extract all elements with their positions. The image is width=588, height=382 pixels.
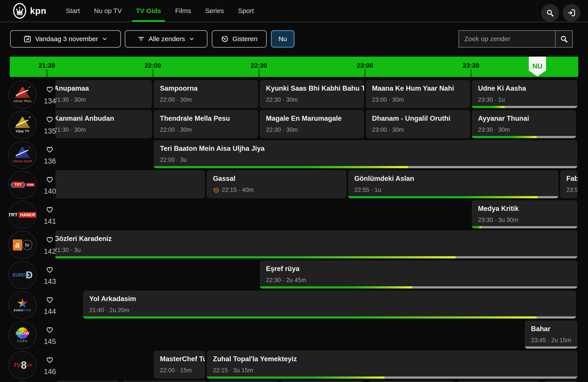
program-tile-partial[interactable] — [123, 381, 207, 382]
favorite-heart-icon[interactable] — [45, 206, 54, 214]
favorite-heart-icon[interactable] — [45, 326, 54, 334]
nav-item-sport[interactable]: Sport — [231, 0, 261, 22]
program-time: 23:30 · 1u — [478, 96, 505, 103]
channel-logo-tv8-int[interactable]: TV8int — [8, 351, 37, 379]
program-tile-partial[interactable] — [56, 381, 119, 382]
program-tile-partial[interactable] — [458, 381, 540, 382]
channel-cell-145: SHOWTÜRK145 — [0, 320, 55, 350]
favorite-heart-icon[interactable] — [45, 145, 54, 154]
channel-search-input[interactable] — [459, 31, 555, 47]
program-title: Yol Arkadasim — [89, 295, 136, 303]
channel-row-partial — [0, 380, 588, 382]
program-tile-masterchef-tu[interactable]: MasterChef Tu22:00 · 15m — [154, 351, 205, 379]
program-tile-teri-baaton-mein-aisa-uljha-jiya[interactable]: Teri Baaton Mein Aisa Uljha Jiya22:00 · … — [154, 140, 577, 168]
program-time: 23:30 · 30m — [478, 126, 510, 133]
program-tile-dhanam-ungalil-oruthi[interactable]: Dhanam - Ungalil Oruthi23:00 · 30m — [366, 110, 470, 138]
channel-logo-utsav-gold[interactable]: ✦Utsav Gold — [8, 141, 37, 169]
login-button[interactable] — [563, 4, 580, 22]
program-tile-magale-en-marumagale[interactable]: Magale En Marumagale22:30 · 30m — [260, 110, 364, 138]
channel-logo-partial — [8, 381, 37, 382]
program-tile-fabr[interactable]: Fabr23:55 — [560, 170, 577, 198]
program-tile-bahar[interactable]: Bahar23:45 · 2u 15m — [525, 320, 577, 349]
channel-row-135: Kanmani Anbudan21:30 · 30mThendrale Mell… — [0, 110, 588, 140]
favorite-heart-icon[interactable] — [45, 85, 54, 93]
date-picker-button[interactable]: Vandaag 3 november — [10, 30, 121, 47]
channel-logo-vijay-tv[interactable]: ✦Vijay TV — [8, 111, 37, 139]
program-tile-kanmani-anbudan[interactable]: Kanmani Anbudan21:30 · 30m — [48, 110, 152, 138]
progress-fill — [472, 136, 537, 138]
favorite-heart-icon[interactable] — [45, 296, 54, 304]
channel-row-134: Anupamaa21:30 · 30mSampoorna22:00 · 30mK… — [0, 80, 588, 110]
nav-item-films[interactable]: Films — [168, 0, 198, 22]
channel-logo-triangle: ✦ — [15, 116, 30, 128]
progress-track — [525, 346, 577, 349]
favorite-heart-icon[interactable] — [45, 176, 54, 183]
top-navigation: kpn StartNu op TVTV GidsFilmsSeriesSport — [0, 0, 588, 22]
channel-logo-trt-turk[interactable]: TRTTÜRK — [8, 171, 37, 199]
program-tile-maana-ke-hum-yaar-nahi[interactable]: Maana Ke Hum Yaar Nahi23:00 · 30m — [366, 80, 470, 108]
nav-item-tv-gids[interactable]: TV Gids — [129, 0, 168, 22]
program-tile-anupamaa[interactable]: Anupamaa21:30 · 30m — [48, 80, 152, 108]
timeline-tick-mark — [153, 69, 153, 77]
channel-search-submit[interactable] — [555, 31, 572, 47]
program-time: 22:15 · 3u 15m — [213, 367, 253, 374]
main-nav-links: StartNu op TVTV GidsFilmsSeriesSport — [59, 0, 261, 22]
nav-item-nu-op-tv[interactable]: Nu op TV — [87, 0, 129, 22]
program-tile-g-zleri-karadeniz[interactable]: Gözleri Karadeniz21:30 · 3u — [48, 230, 577, 258]
progress-fill — [154, 166, 408, 168]
kpn-logo-text: kpn — [30, 6, 46, 16]
program-tile-kyunki-saas-bhi-kabhi-bahu-thi[interactable]: Kyunki Saas Bhi Kabhi Bahu Thi22:30 · 30… — [260, 80, 364, 108]
program-tile-medya-kritik[interactable]: Medya Kritik23:30 · 3u 30m — [472, 200, 577, 228]
nav-item-series[interactable]: Series — [198, 0, 231, 22]
program-time: 22:00 · 30m — [160, 126, 192, 133]
progress-track — [83, 316, 576, 318]
favorite-heart-icon[interactable] — [45, 236, 54, 244]
channel-logo-show-turk[interactable]: SHOWTÜRK — [8, 321, 37, 349]
timeline-tick-label: 21:30 — [34, 62, 60, 69]
program-title: Kanmani Anbudan — [54, 114, 114, 122]
program-time: 23:55 — [566, 187, 577, 193]
timeline-tick-label: 22:30 — [246, 62, 272, 69]
favorite-heart-icon[interactable] — [45, 266, 54, 274]
channel-logo-eurostar[interactable]: EUROSTAR — [8, 291, 37, 319]
kpn-logo[interactable]: kpn — [11, 3, 46, 19]
favorite-heart-icon[interactable] — [45, 356, 54, 364]
program-tile-gassal[interactable]: Gassal22:15 · 40m — [207, 170, 346, 198]
progress-track — [154, 166, 577, 168]
program-tile-g-nl-mdeki-aslan[interactable]: Gönlümdeki Aslan22:55 · 1u — [348, 170, 558, 198]
channel-logo-trt-haber[interactable]: TRTHABER — [8, 201, 37, 229]
channel-number: 143 — [39, 277, 61, 286]
progress-track — [472, 106, 577, 108]
timeline-tick-label: 23:00 — [352, 62, 378, 69]
channel-logo-atv[interactable]: atv — [8, 231, 37, 259]
channel-cell-partial — [0, 380, 55, 382]
program-tile-yol-arkadasim[interactable]: Yol Arkadasim21:40 · 2u 20m — [83, 291, 576, 318]
program-title: Fabr — [566, 175, 577, 183]
program-tile-partial[interactable] — [208, 381, 278, 382]
progress-fill — [472, 106, 504, 108]
channel-logo-utsav-plus[interactable]: ✦Utsav Plus — [8, 80, 37, 109]
favorite-heart-icon[interactable] — [45, 115, 54, 123]
channel-number: 145 — [39, 337, 61, 346]
progress-track — [207, 377, 577, 379]
channel-logo-euro-d[interactable]: EUROD — [8, 261, 37, 289]
program-tile-ayyanar-thunai[interactable]: Ayyanar Thunai23:30 · 30m — [472, 110, 576, 138]
program-tile-zuhal-topal-la-yemekteyiz[interactable]: Zuhal Topal'la Yemekteyiz22:15 · 3u 15m — [207, 351, 577, 379]
program-tile-thendrale-mella-pesu[interactable]: Thendrale Mella Pesu22:00 · 30m — [154, 110, 258, 138]
program-tile-e-ref-r-ya[interactable]: Eşref rüya22:30 · 2u 45m — [260, 260, 577, 289]
channel-number: 134 — [39, 97, 61, 105]
program-tile-udne-ki-aasha[interactable]: Udne Ki Aasha23:30 · 1u — [472, 80, 577, 108]
nav-item-start[interactable]: Start — [59, 0, 87, 22]
yesterday-button[interactable]: Gisteren — [212, 30, 267, 47]
channel-filter-button[interactable]: Alle zenders — [125, 30, 208, 47]
nav-search-button[interactable] — [541, 4, 559, 22]
login-icon — [567, 8, 576, 17]
now-button[interactable]: Nu — [271, 30, 294, 47]
program-tile-partial[interactable] — [544, 381, 577, 382]
program-tile-partial[interactable] — [281, 381, 364, 382]
program-tile-partial[interactable] — [369, 381, 454, 382]
channel-logo-triangle: ✦ — [15, 87, 30, 98]
program-title: Thendrale Mella Pesu — [160, 114, 230, 122]
channel-row-140: Gassal22:15 · 40mGönlümdeki Aslan22:55 ·… — [0, 170, 588, 200]
program-tile-sampoorna[interactable]: Sampoorna22:00 · 30m — [154, 80, 258, 108]
